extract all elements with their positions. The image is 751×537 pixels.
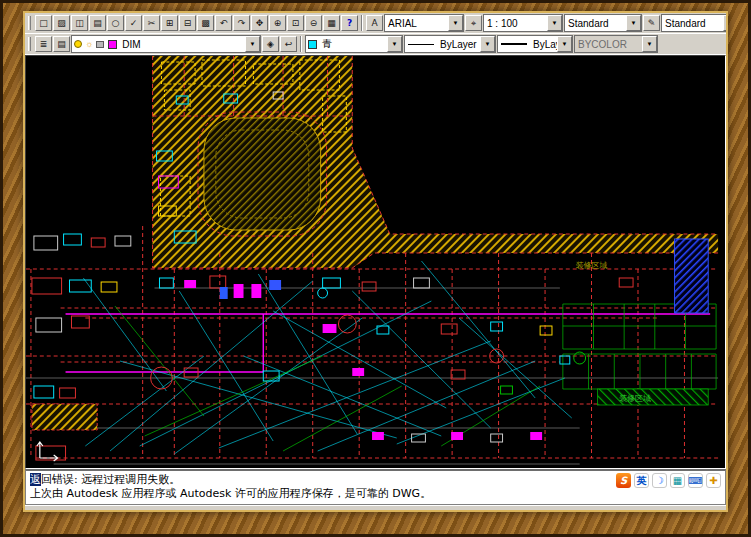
plotstyle-combo: BYCOLOR ▼: [574, 35, 658, 53]
green-hatch-zone: [597, 389, 708, 405]
chevron-down-icon[interactable]: ▼: [547, 15, 562, 31]
chevron-down-icon[interactable]: ▼: [480, 36, 495, 52]
text-style-combo[interactable]: ARIAL ▼: [384, 14, 464, 32]
chevron-down-icon[interactable]: ▼: [448, 15, 463, 31]
linetype-value: ByLayer: [437, 39, 480, 50]
lineweight-value: ByLayer: [530, 39, 557, 50]
layer-manager-icon[interactable]: ▤: [53, 36, 70, 52]
linetype-sample-icon: [408, 44, 434, 45]
chevron-down-icon[interactable]: ▼: [245, 36, 260, 52]
plotstyle-value: BYCOLOR: [575, 39, 642, 50]
chevron-down-icon[interactable]: ▼: [557, 36, 572, 52]
picture-frame: □ ▨ ◫ ▤ ○ ✓ ✂ ⊞ ⊟ ▩: [0, 0, 751, 537]
text-style-icon[interactable]: A: [366, 15, 383, 31]
command-line-window[interactable]: 返回错误: 远程过程调用失败。 上次由 Autodesk 应用程序或 Autod…: [25, 469, 726, 505]
zoom-window-icon[interactable]: ⊡: [287, 15, 304, 31]
sogou-logo-icon[interactable]: S: [616, 473, 631, 488]
layer-lock-icon[interactable]: [96, 41, 104, 48]
standard-toolbar: □ ▨ ◫ ▤ ○ ✓ ✂ ⊞ ⊟ ▩: [25, 13, 726, 34]
layers-icon[interactable]: ≣: [35, 36, 52, 52]
lineweight-sample-icon: [501, 43, 527, 45]
print-icon[interactable]: ▤: [89, 15, 106, 31]
layers-properties-toolbar: ≣ ▤ ☼ DIM ▼ ◈ ↩: [25, 34, 726, 55]
zoom-previous-icon[interactable]: ⊖: [305, 15, 322, 31]
layer-action-icons: ◈ ↩: [262, 36, 297, 52]
toolbar-separator: [300, 36, 302, 52]
command-line-2: 上次由 Autodesk 应用程序或 Autodesk 许可的应用程序保存，是可…: [30, 487, 723, 501]
window-bottom-edge: [25, 505, 726, 510]
toolbar-grip[interactable]: [28, 16, 31, 30]
pan-icon[interactable]: ✥: [251, 15, 268, 31]
layer-previous-icon[interactable]: ↩: [280, 36, 297, 52]
print-preview-icon[interactable]: ○: [107, 15, 124, 31]
dim-style-value: Standard: [565, 18, 626, 29]
zone-label-lower: 装修区域: [619, 394, 651, 403]
input-board-icon[interactable]: ▦: [670, 473, 685, 488]
input-method-tray: S 英 ☽ ▦ ⌨ ✚: [616, 473, 721, 488]
chevron-down-icon[interactable]: ▼: [723, 15, 726, 31]
layer-tool-icons: ≣ ▤: [35, 36, 70, 52]
chevron-down-icon[interactable]: ▼: [387, 36, 402, 52]
cut-icon[interactable]: ✂: [143, 15, 160, 31]
layer-on-bulb-icon[interactable]: [74, 40, 82, 48]
layer-color-swatch[interactable]: [108, 40, 117, 49]
paste-icon[interactable]: ⊟: [179, 15, 196, 31]
zoom-realtime-icon[interactable]: ⊕: [269, 15, 286, 31]
dim-style-icon[interactable]: ⌖: [465, 15, 482, 31]
soft-keyboard-icon[interactable]: ⌨: [688, 473, 703, 488]
chevron-down-icon: ▼: [642, 36, 657, 52]
input-tools-icon[interactable]: ✚: [706, 473, 721, 488]
match-properties-icon[interactable]: ▩: [197, 15, 214, 31]
make-layer-current-icon[interactable]: ◈: [262, 36, 279, 52]
lineweight-combo[interactable]: ByLayer ▼: [497, 35, 573, 53]
current-standard-value: Standard: [662, 18, 723, 29]
redo-icon[interactable]: ↷: [233, 15, 250, 31]
color-combo[interactable]: 青 ▼: [305, 35, 403, 53]
scale-value: 1 : 100: [484, 18, 547, 29]
dim-style-standard-combo[interactable]: Standard ▼: [564, 14, 642, 32]
current-color-swatch[interactable]: [308, 40, 317, 49]
toolbar-grip[interactable]: [28, 37, 31, 51]
text-style-value: ARIAL: [385, 18, 448, 29]
input-moon-icon[interactable]: ☽: [652, 473, 667, 488]
canvas-background: [26, 56, 725, 468]
drawing-viewport[interactable]: 装修区域 装修区域: [25, 55, 726, 469]
annotation-style-icon[interactable]: ✎: [643, 15, 660, 31]
chevron-down-icon[interactable]: ▼: [626, 15, 641, 31]
open-file-icon[interactable]: ▨: [53, 15, 70, 31]
layer-combo[interactable]: ☼ DIM ▼: [71, 35, 261, 53]
layer-thaw-sun-icon[interactable]: ☼: [85, 39, 93, 49]
linetype-combo[interactable]: ByLayer ▼: [404, 35, 496, 53]
cad-drawing[interactable]: 装修区域 装修区域: [26, 56, 725, 468]
current-layer-name: DIM: [119, 39, 245, 50]
blue-hatch-zone: [675, 239, 709, 313]
properties-icon[interactable]: ▦: [323, 15, 340, 31]
new-file-icon[interactable]: □: [35, 15, 52, 31]
zone-label-upper: 装修区域: [576, 261, 608, 270]
autocad-help-icon[interactable]: ?: [341, 15, 358, 31]
current-color-name: 青: [319, 37, 387, 51]
selected-text: 返: [30, 473, 41, 486]
spelling-icon[interactable]: ✓: [125, 15, 142, 31]
input-lang-icon[interactable]: 英: [634, 473, 649, 488]
toolbar-separator: [361, 15, 363, 31]
save-icon[interactable]: ◫: [71, 15, 88, 31]
current-standard-combo[interactable]: Standard ▼: [661, 14, 726, 32]
yellow-hatch-small-zone: [32, 404, 97, 430]
undo-icon[interactable]: ↶: [215, 15, 232, 31]
scale-combo[interactable]: 1 : 100 ▼: [483, 14, 563, 32]
standard-toolbar-icons: □ ▨ ◫ ▤ ○ ✓ ✂ ⊞ ⊟ ▩: [35, 15, 358, 31]
copy-icon[interactable]: ⊞: [161, 15, 178, 31]
autocad-window: □ ▨ ◫ ▤ ○ ✓ ✂ ⊞ ⊟ ▩: [23, 11, 728, 512]
